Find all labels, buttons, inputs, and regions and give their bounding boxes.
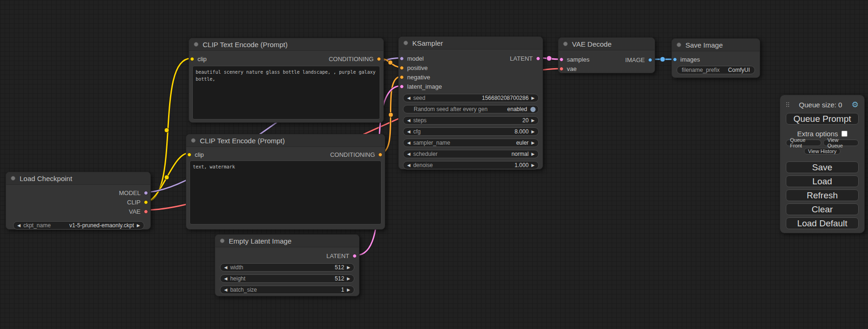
latent-output-port[interactable] [353, 254, 357, 258]
conditioning-output-port[interactable] [378, 153, 382, 157]
steps-widget[interactable]: ◀ steps 20 ▶ [403, 116, 539, 125]
node-title: KSampler [412, 39, 443, 47]
toggle-enabled-icon[interactable] [530, 106, 536, 112]
link-dot [388, 60, 393, 65]
port-label: samples [567, 56, 589, 63]
collapse-dot-icon[interactable] [11, 176, 15, 181]
batch-size-widget[interactable]: ◀ batch_size 1 ▶ [220, 286, 354, 294]
decrement-arrow-icon[interactable]: ◀ [407, 163, 410, 168]
node-vae-decode[interactable]: VAE Decode IMAGE samples vae [558, 37, 655, 73]
decrement-arrow-icon[interactable]: ◀ [407, 96, 410, 100]
increment-arrow-icon[interactable]: ▶ [531, 163, 535, 168]
node-clip-text-encode-positive[interactable]: CLIP Text Encode (Prompt) clip CONDITION… [189, 38, 384, 123]
positive-prompt-textarea[interactable]: beautiful scenery nature glass bottle la… [192, 66, 380, 119]
denoise-widget[interactable]: ◀ denoise 1.000 ▶ [403, 161, 539, 169]
increment-arrow-icon[interactable]: ▶ [347, 277, 350, 281]
port-label: CLIP [127, 199, 141, 206]
collapse-dot-icon[interactable] [677, 42, 681, 47]
clear-button[interactable]: Clear [786, 203, 859, 215]
increment-arrow-icon[interactable]: ▶ [531, 96, 535, 100]
vae-output-port[interactable] [144, 210, 148, 214]
node-title-bar: CLIP Text Encode (Prompt) [186, 134, 385, 147]
filename-prefix-widget[interactable]: filename_prefix ComfyUI [677, 66, 755, 74]
latent-image-input-port[interactable] [400, 84, 404, 89]
node-save-image[interactable]: Save Image images filename_prefix ComfyU… [671, 38, 760, 78]
comfyui-canvas[interactable]: { "colors": { "model_port": "#B39DDB", "… [0, 0, 868, 329]
ckpt-name-widget[interactable]: ◀ ckpt_name v1-5-pruned-emaonly.ckpt ▶ [13, 221, 144, 230]
clip-output-port[interactable] [144, 200, 148, 204]
decrement-arrow-icon[interactable]: ◀ [407, 152, 410, 156]
queue-panel: Queue size: 0 ⚙ Queue Prompt Extra optio… [780, 95, 865, 233]
clip-input-port[interactable] [190, 57, 194, 61]
load-default-button[interactable]: Load Default [786, 217, 859, 229]
port-label: CONDITIONING [330, 151, 375, 158]
queue-prompt-button[interactable]: Queue Prompt [786, 113, 859, 125]
increment-arrow-icon[interactable]: ▶ [531, 119, 535, 123]
vae-input-port[interactable] [559, 67, 564, 71]
node-title-bar: VAE Decode [558, 38, 655, 50]
decrement-arrow-icon[interactable]: ◀ [407, 141, 410, 145]
random-seed-toggle-widget[interactable]: Random seed after every gen enabled [403, 105, 539, 113]
conditioning-output-port[interactable] [377, 57, 381, 61]
clip-input-port[interactable] [187, 153, 191, 157]
queue-front-button[interactable]: Queue Front [786, 140, 821, 146]
node-title: CLIP Text Encode (Prompt) [203, 41, 288, 49]
load-button[interactable]: Load [786, 175, 859, 187]
port-label: vae [567, 65, 577, 72]
drag-handle-icon[interactable] [786, 102, 790, 107]
node-clip-text-encode-negative[interactable]: CLIP Text Encode (Prompt) clip CONDITION… [186, 134, 385, 230]
port-label: CONDITIONING [329, 56, 374, 63]
collapse-dot-icon[interactable] [194, 42, 198, 47]
cfg-widget[interactable]: ◀ cfg 8.000 ▶ [403, 127, 539, 136]
node-load-checkpoint[interactable]: Load Checkpoint MODEL CLIP VAE ◀ ckpt_na… [6, 172, 151, 230]
node-title: VAE Decode [572, 40, 612, 48]
node-ksampler[interactable]: KSampler LATENT model positive negative … [398, 36, 543, 169]
view-queue-button[interactable]: View Queue [823, 140, 859, 146]
model-input-port[interactable] [400, 56, 404, 61]
refresh-button[interactable]: Refresh [786, 189, 859, 201]
width-widget[interactable]: ◀ width 512 ▶ [220, 263, 354, 272]
sampler-name-widget[interactable]: ◀ sampler_name euler ▶ [403, 139, 539, 147]
port-label: VAE [129, 208, 141, 215]
collapse-dot-icon[interactable] [220, 238, 225, 243]
node-title: CLIP Text Encode (Prompt) [200, 137, 285, 145]
height-widget[interactable]: ◀ height 512 ▶ [220, 274, 354, 283]
positive-input-port[interactable] [400, 66, 404, 70]
model-output-port[interactable] [144, 191, 148, 195]
link-dot [388, 112, 393, 117]
queue-size-label: Queue size: 0 [790, 101, 852, 109]
decrement-arrow-icon[interactable]: ◀ [407, 130, 410, 134]
negative-input-port[interactable] [400, 75, 404, 79]
node-title-bar: Empty Latent Image [215, 235, 359, 247]
node-title-bar: Load Checkpoint [6, 172, 150, 185]
decrement-arrow-icon[interactable]: ◀ [224, 277, 227, 281]
samples-input-port[interactable] [559, 57, 564, 62]
link-dot [164, 175, 169, 180]
increment-arrow-icon[interactable]: ▶ [531, 141, 535, 145]
increment-arrow-icon[interactable]: ▶ [137, 224, 140, 228]
collapse-dot-icon[interactable] [403, 41, 408, 45]
node-title-bar: KSampler [399, 37, 543, 49]
images-input-port[interactable] [673, 57, 677, 62]
port-label: model [407, 55, 423, 62]
increment-arrow-icon[interactable]: ▶ [347, 266, 350, 270]
scheduler-widget[interactable]: ◀ scheduler normal ▶ [403, 150, 539, 158]
gear-icon[interactable]: ⚙ [852, 101, 859, 109]
decrement-arrow-icon[interactable]: ◀ [224, 266, 227, 270]
increment-arrow-icon[interactable]: ▶ [347, 288, 350, 292]
save-button[interactable]: Save [786, 161, 859, 173]
view-history-button[interactable]: View History [804, 148, 841, 154]
increment-arrow-icon[interactable]: ▶ [531, 130, 535, 134]
extra-options-checkbox[interactable] [841, 131, 847, 137]
negative-prompt-textarea[interactable]: text, watermark [190, 161, 381, 224]
collapse-dot-icon[interactable] [191, 138, 196, 143]
decrement-arrow-icon[interactable]: ◀ [17, 224, 21, 228]
node-empty-latent-image[interactable]: Empty Latent Image LATENT ◀ width 512 ▶ … [215, 234, 360, 296]
seed-widget[interactable]: ◀ seed 156680208700286 ▶ [403, 94, 539, 102]
collapse-dot-icon[interactable] [563, 42, 568, 46]
increment-arrow-icon[interactable]: ▶ [531, 152, 535, 156]
decrement-arrow-icon[interactable]: ◀ [224, 288, 227, 292]
node-title-bar: Save Image [672, 39, 760, 51]
port-label: clip [195, 151, 204, 158]
decrement-arrow-icon[interactable]: ◀ [407, 119, 410, 123]
